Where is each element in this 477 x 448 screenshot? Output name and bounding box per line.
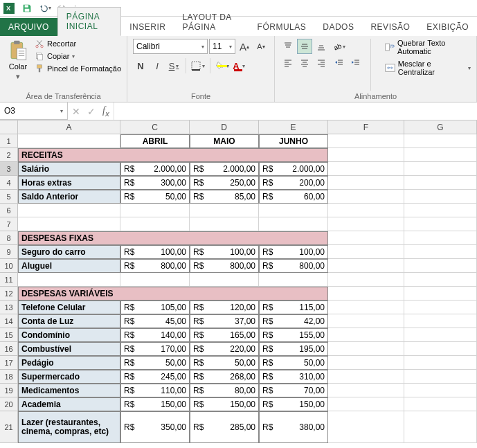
cell-E20[interactable]: R$150,00 (259, 397, 328, 411)
cell-E13[interactable]: R$115,00 (259, 301, 328, 314)
section-12[interactable]: DESPESAS VARIÁVEIS (18, 287, 328, 301)
save-icon[interactable] (21, 2, 33, 15)
spreadsheet-grid[interactable]: ACDEFG 1ABRILMAIOJUNHO2RECEITAS3SalárioR… (0, 120, 477, 443)
bold-button[interactable]: N (133, 58, 148, 73)
copy-button[interactable]: Copiar▾ (35, 51, 121, 61)
cell-G5[interactable] (404, 190, 477, 204)
cell-F5[interactable] (328, 190, 404, 204)
cell-F16[interactable] (328, 342, 404, 356)
enter-formula-icon[interactable]: ✓ (87, 106, 96, 117)
row-header-20[interactable]: 20 (0, 397, 18, 411)
undo-icon[interactable]: ▾ (39, 2, 51, 15)
cell-C6[interactable] (120, 204, 190, 217)
cell-F12[interactable] (328, 287, 404, 301)
cell-D15[interactable]: R$165,00 (190, 328, 259, 342)
cell-D11[interactable] (190, 273, 259, 287)
cut-button[interactable]: Recortar (35, 39, 121, 48)
cell-C1[interactable]: ABRIL (120, 134, 190, 148)
column-header-G[interactable]: G (404, 120, 477, 134)
cell-G11[interactable] (404, 273, 477, 287)
cell-C10[interactable]: R$800,00 (120, 259, 190, 273)
cancel-formula-icon[interactable]: ✕ (72, 106, 80, 117)
cell-G13[interactable] (404, 301, 477, 314)
font-color-button[interactable]: A▾ (231, 58, 246, 73)
cell-F14[interactable] (328, 314, 404, 328)
cell-F17[interactable] (328, 356, 404, 370)
cell-G18[interactable] (404, 370, 477, 384)
cell-G1[interactable] (404, 134, 477, 148)
cell-F9[interactable] (328, 245, 404, 259)
tab-home[interactable]: PÁGINA INICIAL (57, 7, 121, 36)
cell-A6[interactable] (18, 204, 120, 217)
cell-G14[interactable] (404, 314, 477, 328)
cell-E11[interactable] (259, 273, 328, 287)
cell-G10[interactable] (404, 259, 477, 273)
label-3[interactable]: Salário (18, 162, 120, 176)
tab-file[interactable]: ARQUIVO (0, 18, 57, 36)
row-header-13[interactable]: 13 (0, 301, 18, 314)
cell-F1[interactable] (328, 134, 404, 148)
cell-D14[interactable]: R$37,00 (190, 314, 259, 328)
cell-F10[interactable] (328, 259, 404, 273)
row-header-7[interactable]: 7 (0, 217, 18, 231)
row-header-5[interactable]: 5 (0, 190, 18, 204)
align-middle-icon[interactable] (297, 39, 312, 54)
column-header-A[interactable]: A (18, 120, 120, 134)
cell-E18[interactable]: R$310,00 (259, 370, 328, 384)
cell-F3[interactable] (328, 162, 404, 176)
cell-F4[interactable] (328, 176, 404, 190)
formula-input[interactable] (114, 102, 477, 120)
align-center-icon[interactable] (297, 55, 312, 71)
align-right-icon[interactable] (314, 55, 329, 71)
wrap-text-button[interactable]: Quebrar Texto Automatic (385, 39, 471, 55)
increase-font-icon[interactable]: A▴ (237, 39, 252, 54)
cell-C20[interactable]: R$150,00 (120, 397, 190, 411)
row-header-16[interactable]: 16 (0, 342, 18, 356)
select-all-corner[interactable] (0, 120, 18, 134)
cell-C13[interactable]: R$105,00 (120, 301, 190, 314)
column-header-C[interactable]: C (120, 120, 190, 134)
label-5[interactable]: Saldo Anterior (18, 190, 120, 204)
cell-F20[interactable] (328, 397, 404, 411)
cell-F19[interactable] (328, 384, 404, 397)
cell-D19[interactable]: R$80,00 (190, 384, 259, 397)
cell-D13[interactable]: R$120,00 (190, 301, 259, 314)
row-header-14[interactable]: 14 (0, 314, 18, 328)
cell-E3[interactable]: R$2.000,00 (259, 162, 328, 176)
label-18[interactable]: Supermercado (18, 370, 120, 384)
label-4[interactable]: Horas extras (18, 176, 120, 190)
tab-layout[interactable]: LAYOUT DA PÁGINA (174, 8, 249, 36)
align-left-icon[interactable] (280, 55, 296, 71)
cell-C21[interactable]: R$350,00 (120, 411, 190, 443)
decrease-font-icon[interactable]: A▾ (253, 39, 269, 54)
cell-E21[interactable]: R$380,00 (259, 411, 328, 443)
cell-E7[interactable] (259, 217, 328, 231)
label-14[interactable]: Conta de Luz (18, 314, 120, 328)
row-header-4[interactable]: 4 (0, 176, 18, 190)
cell-E17[interactable]: R$50,00 (259, 356, 328, 370)
row-header-11[interactable]: 11 (0, 273, 18, 287)
label-10[interactable]: Aluguel (18, 259, 120, 273)
tab-review[interactable]: REVISÃO (362, 18, 418, 36)
cell-C11[interactable] (120, 273, 190, 287)
cell-E14[interactable]: R$42,00 (259, 314, 328, 328)
align-top-icon[interactable] (280, 39, 296, 54)
paste-dropdown-icon[interactable]: ▾ (16, 72, 20, 81)
cell-D18[interactable]: R$268,00 (190, 370, 259, 384)
row-header-2[interactable]: 2 (0, 148, 18, 162)
cell-F7[interactable] (328, 217, 404, 231)
cell-G3[interactable] (404, 162, 477, 176)
cell-E15[interactable]: R$155,00 (259, 328, 328, 342)
cell-F21[interactable] (328, 411, 404, 443)
cell-C9[interactable]: R$100,00 (120, 245, 190, 259)
column-header-D[interactable]: D (190, 120, 259, 134)
orientation-button[interactable]: ab▾ (332, 39, 347, 54)
cell-D16[interactable]: R$220,00 (190, 342, 259, 356)
section-8[interactable]: DESPESAS FIXAS (18, 231, 328, 245)
cell-E19[interactable]: R$70,00 (259, 384, 328, 397)
row-header-3[interactable]: 3 (0, 162, 18, 176)
cell-C3[interactable]: R$2.000,00 (120, 162, 190, 176)
cell-G6[interactable] (404, 204, 477, 217)
cell-D6[interactable] (190, 204, 259, 217)
cell-G12[interactable] (404, 287, 477, 301)
